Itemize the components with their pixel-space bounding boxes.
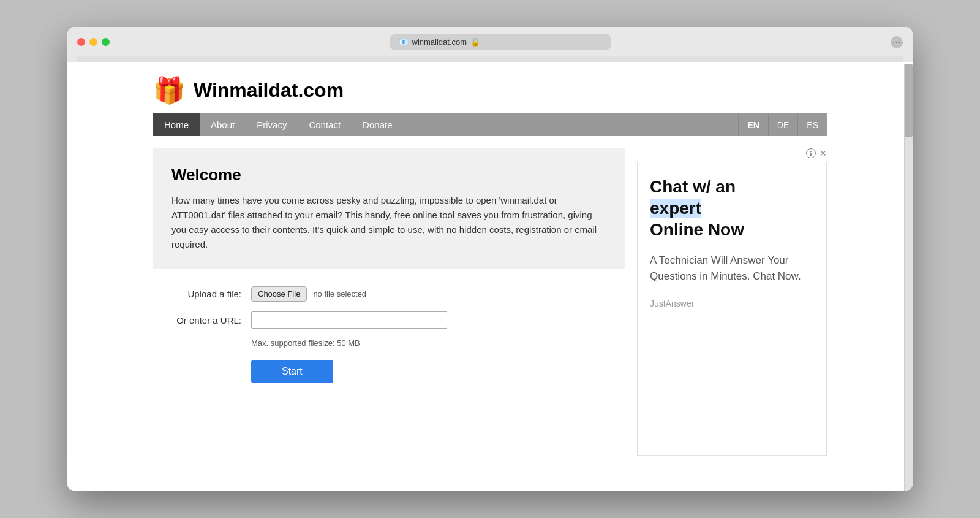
ad-sidebar: ℹ ✕ Chat w/ an expert Online Now A Techn… [637, 148, 827, 456]
start-button[interactable]: Start [251, 360, 333, 383]
language-group: EN DE ES [738, 114, 827, 136]
lang-es[interactable]: ES [797, 114, 827, 136]
start-button-row: Start [251, 360, 625, 383]
dots-icon: ⋯ [892, 37, 901, 47]
choose-file-button[interactable]: Choose File [251, 286, 307, 302]
main-content: Welcome How many times have you come acr… [153, 148, 625, 383]
tab-bar [77, 56, 903, 62]
scrollbar-track[interactable] [904, 64, 913, 491]
welcome-title: Welcome [172, 166, 606, 185]
filesize-note: Max. supported filesize: 50 MB [251, 338, 625, 348]
minimize-button[interactable] [89, 38, 97, 46]
address-bar[interactable]: 📧 winmaildat.com 🔒 [390, 34, 611, 50]
ad-close-button[interactable]: ✕ [820, 148, 827, 158]
site-title: Winmaildat.com [194, 79, 344, 102]
nav-bar: Home About Privacy Contact Donate EN DE … [153, 113, 827, 136]
url-label: Or enter a URL: [153, 315, 251, 326]
ad-headline: Chat w/ an expert Online Now [650, 176, 814, 240]
upload-form: Upload a file: Choose File no file selec… [153, 286, 625, 383]
logo-icon: 🎁 [153, 74, 185, 106]
browser-menu-button[interactable]: ⋯ [891, 36, 903, 48]
close-button[interactable] [77, 38, 85, 46]
ad-headline-part2: expert [650, 199, 701, 218]
ad-header: ℹ ✕ [637, 148, 827, 158]
nav-item-about[interactable]: About [200, 113, 246, 136]
ad-headline-part1: Chat w/ an [650, 177, 736, 196]
no-file-label: no file selected [313, 289, 366, 299]
file-input-group: Choose File no file selected [251, 286, 366, 302]
maximize-button[interactable] [102, 38, 110, 46]
welcome-text: How many times have you come across pesk… [172, 193, 606, 252]
ad-info-icon[interactable]: ℹ [806, 148, 816, 158]
url-text: winmaildat.com [412, 37, 467, 47]
ad-headline-part3: Online Now [650, 220, 744, 239]
site-header: 🎁 Winmaildat.com Home About Privacy Cont… [67, 62, 913, 136]
lang-de[interactable]: DE [768, 114, 797, 136]
nav-item-privacy[interactable]: Privacy [246, 113, 298, 136]
ad-box: Chat w/ an expert Online Now A Technicia… [637, 162, 827, 456]
nav-item-donate[interactable]: Donate [352, 113, 403, 136]
ad-subtext: A Technician Will Answer Your Questions … [650, 253, 814, 284]
welcome-box: Welcome How many times have you come acr… [153, 148, 625, 269]
favicon-icon: 📧 [399, 37, 409, 47]
scrollbar-thumb[interactable] [905, 64, 913, 137]
nav-item-contact[interactable]: Contact [298, 113, 352, 136]
lang-en[interactable]: EN [738, 114, 767, 136]
url-input[interactable] [251, 311, 447, 329]
upload-label: Upload a file: [153, 289, 251, 299]
lock-icon: 🔒 [470, 37, 480, 47]
site-logo: 🎁 Winmaildat.com [153, 74, 827, 106]
file-upload-row: Upload a file: Choose File no file selec… [153, 286, 625, 302]
url-input-row: Or enter a URL: [153, 311, 625, 329]
nav-item-home[interactable]: Home [153, 113, 200, 136]
ad-source: JustAnswer [650, 299, 814, 308]
